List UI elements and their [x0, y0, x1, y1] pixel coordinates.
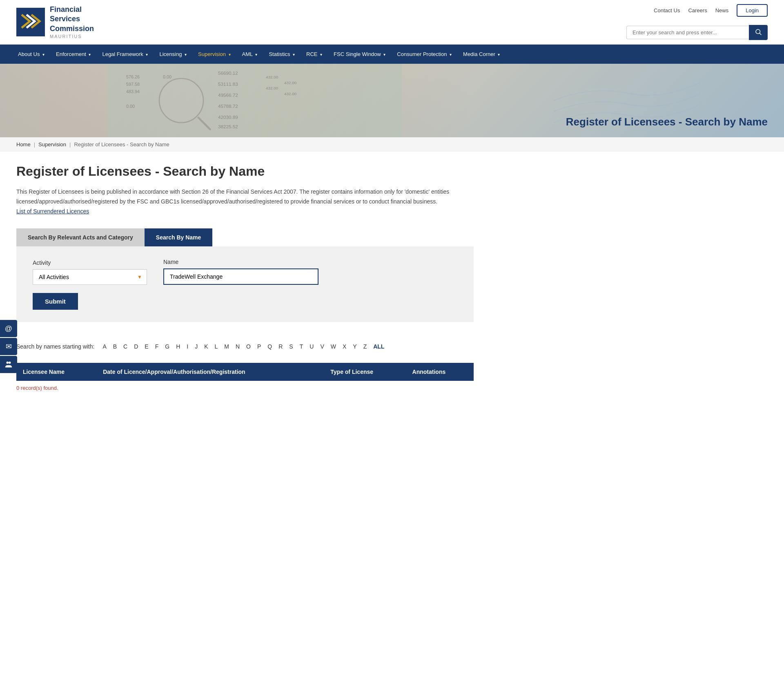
svg-line-4 — [760, 33, 761, 35]
news-link[interactable]: News — [715, 7, 729, 13]
submit-button[interactable]: Submit — [33, 293, 78, 310]
nav-consumer-protection[interactable]: Consumer Protection ▾ — [391, 45, 457, 64]
svg-text:483.94: 483.94 — [126, 89, 140, 94]
breadcrumb-supervision[interactable]: Supervision — [38, 141, 66, 148]
nav-licensing[interactable]: Licensing ▾ — [154, 45, 192, 64]
alpha-v[interactable]: V — [318, 342, 325, 351]
svg-point-1 — [9, 362, 11, 364]
careers-link[interactable]: Careers — [688, 7, 707, 13]
svg-text:432.00: 432.00 — [266, 75, 278, 79]
nav-enforcement[interactable]: Enforcement ▾ — [50, 45, 96, 64]
alpha-j[interactable]: J — [193, 342, 199, 351]
svg-text:432.00: 432.00 — [266, 86, 278, 90]
alpha-m[interactable]: M — [223, 342, 231, 351]
search-form-container: Activity All Activities Banking Insuranc… — [16, 246, 474, 322]
svg-point-3 — [756, 29, 760, 34]
login-button[interactable]: Login — [737, 4, 768, 17]
svg-text:0.00: 0.00 — [126, 104, 135, 109]
svg-text:0.00: 0.00 — [163, 74, 172, 79]
alpha-a[interactable]: A — [101, 342, 108, 351]
alpha-search: Search by names starting with: A B C D E… — [16, 334, 474, 359]
alpha-h[interactable]: H — [174, 342, 182, 351]
logo-text: FinancialServicesCommission MAURITIUS — [50, 5, 94, 39]
search-button[interactable] — [749, 25, 768, 40]
alpha-y[interactable]: Y — [351, 342, 358, 351]
alpha-u[interactable]: U — [308, 342, 315, 351]
alpha-label: Search by names starting with: — [16, 343, 94, 350]
alpha-z[interactable]: Z — [362, 342, 369, 351]
alpha-n[interactable]: N — [234, 342, 241, 351]
alpha-l[interactable]: L — [213, 342, 220, 351]
logo-icon — [16, 8, 45, 36]
mail-side-icon[interactable]: ✉ — [0, 338, 17, 355]
top-right: Contact Us Careers News Login — [626, 4, 768, 40]
alpha-d[interactable]: D — [132, 342, 140, 351]
name-input[interactable] — [163, 268, 318, 285]
svg-text:597.58: 597.58 — [126, 82, 140, 87]
table-header-row: Licensee Name Date of Licence/Approval/A… — [16, 363, 474, 381]
hero-title: Register of Licensees - Search by Name — [550, 107, 784, 137]
alpha-r[interactable]: R — [277, 342, 284, 351]
tab-relevant-acts[interactable]: Search By Relevant Acts and Category — [16, 228, 145, 246]
alpha-e[interactable]: E — [143, 342, 150, 351]
nav-statistics[interactable]: Statistics ▾ — [263, 45, 301, 64]
search-bar — [626, 25, 768, 40]
col-type-of-license: Type of License — [324, 363, 405, 381]
nav-supervision[interactable]: Supervision ▾ — [192, 45, 236, 64]
alpha-b[interactable]: B — [111, 342, 118, 351]
breadcrumb-current: Register of Licensees - Search by Name — [74, 141, 169, 148]
alpha-all[interactable]: ALL — [372, 342, 386, 351]
col-licensee-name: Licensee Name — [16, 363, 96, 381]
form-row: Activity All Activities Banking Insuranc… — [33, 259, 457, 285]
alpha-p[interactable]: P — [256, 342, 263, 351]
svg-point-21 — [159, 78, 203, 123]
nav-media-corner[interactable]: Media Corner ▾ — [457, 45, 506, 64]
description-text: This Register of Licensees is being publ… — [16, 188, 449, 205]
main-content: Register of Licensees - Search by Name T… — [0, 152, 490, 403]
activity-select-wrapper: All Activities Banking Insurance Investm… — [33, 269, 147, 285]
alpha-q[interactable]: Q — [266, 342, 274, 351]
alpha-c[interactable]: C — [122, 342, 129, 351]
breadcrumb-home[interactable]: Home — [16, 141, 31, 148]
search-input[interactable] — [626, 26, 749, 39]
nav-about-us[interactable]: About Us ▾ — [12, 45, 50, 64]
surrendered-licences-link[interactable]: List of Surrendered Licences — [16, 208, 89, 215]
nav-aml[interactable]: AML ▾ — [236, 45, 263, 64]
nav-legal-framework[interactable]: Legal Framework ▾ — [96, 45, 154, 64]
top-links: Contact Us Careers News Login — [654, 4, 768, 17]
alpha-w[interactable]: W — [329, 342, 338, 351]
nav-fsc-single-window[interactable]: FSC Single Window ▾ — [328, 45, 391, 64]
email-side-icon[interactable]: @ — [0, 320, 17, 337]
svg-text:576.26: 576.26 — [126, 74, 140, 79]
svg-rect-5 — [108, 64, 402, 137]
no-records-message: 0 record(s) found. — [16, 385, 474, 391]
breadcrumb-sep2: | — [69, 141, 71, 148]
alpha-o[interactable]: O — [245, 342, 252, 351]
svg-text:56690.12: 56690.12 — [218, 70, 238, 76]
activity-select[interactable]: All Activities Banking Insurance Investm… — [33, 269, 147, 285]
name-form-group: Name — [163, 259, 318, 285]
alpha-t[interactable]: T — [298, 342, 305, 351]
alpha-x[interactable]: X — [341, 342, 348, 351]
contact-us-link[interactable]: Contact Us — [654, 7, 680, 13]
page-title: Register of Licensees - Search by Name — [16, 164, 474, 179]
search-icon — [755, 28, 762, 36]
logo-country: MAURITIUS — [50, 34, 94, 39]
results-table: Licensee Name Date of Licence/Approval/A… — [16, 363, 474, 381]
col-annotations: Annotations — [406, 363, 474, 381]
breadcrumb-sep1: | — [34, 141, 35, 148]
alpha-k[interactable]: K — [203, 342, 209, 351]
activity-label: Activity — [33, 259, 147, 266]
tab-search-by-name[interactable]: Search By Name — [145, 228, 213, 246]
hero-banner: 576.26 0.00 56690.12 597.58 483.94 53111… — [0, 64, 784, 137]
svg-text:38225.52: 38225.52 — [218, 124, 238, 129]
group-side-icon[interactable] — [0, 356, 17, 373]
alpha-s[interactable]: S — [287, 342, 294, 351]
nav-rce[interactable]: RCE ▾ — [301, 45, 328, 64]
nav-bar: About Us ▾ Enforcement ▾ Legal Framework… — [0, 45, 784, 64]
logo-main: FinancialServicesCommission — [50, 5, 94, 34]
alpha-i[interactable]: I — [185, 342, 190, 351]
alpha-f[interactable]: F — [154, 342, 160, 351]
activity-form-group: Activity All Activities Banking Insuranc… — [33, 259, 147, 285]
alpha-g[interactable]: G — [163, 342, 171, 351]
